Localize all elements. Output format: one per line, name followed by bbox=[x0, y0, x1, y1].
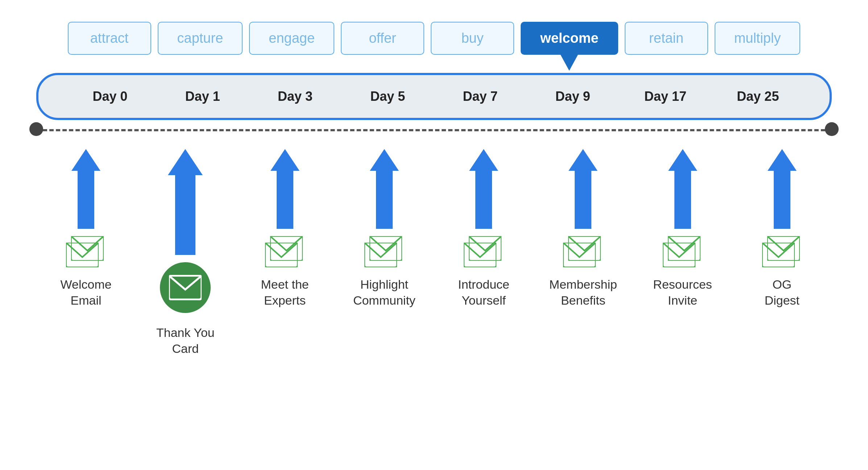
email-icon-day25-top bbox=[762, 236, 802, 271]
day-labels: Day 0 Day 1 Day 3 Day 5 Day 7 Day 9 Day … bbox=[64, 89, 804, 104]
arrow-shaft-day3 bbox=[277, 171, 293, 229]
page-container: attract capture engage offer buy welcome… bbox=[0, 0, 868, 371]
day-label-5: Day 9 bbox=[526, 89, 619, 104]
label-day7-top: IntroduceYourself bbox=[458, 276, 509, 308]
label-day17: ResourcesInvite bbox=[653, 276, 712, 308]
arrow-head-day9 bbox=[569, 149, 598, 171]
dashed-line-row bbox=[36, 120, 832, 138]
arrow-shaft-day9 bbox=[575, 171, 591, 229]
timeline-bar: Day 0 Day 1 Day 3 Day 5 Day 7 Day 9 Day … bbox=[36, 73, 832, 120]
label-day1: Thank YouCard bbox=[156, 325, 215, 356]
arrow-shaft-day0 bbox=[78, 171, 94, 229]
timeline-dot-right bbox=[825, 122, 839, 136]
label-day3: Meet theExperts bbox=[261, 276, 309, 308]
email-large-circle-day1 bbox=[160, 262, 211, 313]
email-icon-day9-top bbox=[563, 236, 603, 271]
email-icon-day3 bbox=[265, 236, 305, 271]
arrow-head-day3 bbox=[270, 149, 299, 171]
arrow-day3 bbox=[274, 149, 296, 229]
tab-engage[interactable]: engage bbox=[249, 22, 334, 55]
tab-welcome[interactable]: welcome bbox=[521, 22, 618, 55]
arrow-shaft-day1 bbox=[175, 175, 195, 255]
arrow-shaft-day5 bbox=[376, 171, 393, 229]
content-row: WelcomeEmail Thank YouCard bbox=[36, 138, 832, 356]
arrow-shaft-day7 bbox=[475, 171, 492, 229]
arrow-day25 bbox=[771, 149, 793, 229]
email-icon-day7-top bbox=[464, 236, 504, 271]
email-icon-day0 bbox=[66, 236, 106, 271]
arrow-shaft-day17 bbox=[674, 171, 691, 229]
arrow-head-day0 bbox=[71, 149, 100, 171]
tab-multiply[interactable]: multiply bbox=[715, 22, 801, 55]
timeline-dot-left bbox=[29, 122, 43, 136]
arrow-head-day7 bbox=[469, 149, 498, 171]
arrow-head-day25 bbox=[768, 149, 797, 171]
email-icon-day5-top bbox=[364, 236, 404, 271]
column-day7: IntroduceYourself bbox=[434, 149, 533, 318]
tabs-row: attract capture engage offer buy welcome… bbox=[22, 22, 846, 55]
column-day5: HighlightCommunity bbox=[335, 149, 434, 318]
arrow-head-day5 bbox=[370, 149, 399, 171]
day-label-3: Day 5 bbox=[342, 89, 434, 104]
dashed-timeline-line bbox=[36, 129, 832, 131]
arrow-head-day1 bbox=[168, 149, 203, 175]
day-label-6: Day 17 bbox=[619, 89, 712, 104]
tab-capture[interactable]: capture bbox=[158, 22, 243, 55]
arrow-day9 bbox=[572, 149, 594, 229]
arrow-day1 bbox=[174, 149, 196, 255]
label-day25-top: OGDigest bbox=[765, 276, 799, 308]
column-day1: Thank YouCard bbox=[136, 149, 235, 356]
tab-offer[interactable]: offer bbox=[341, 22, 424, 55]
label-day5-top: HighlightCommunity bbox=[353, 276, 416, 308]
timeline-container: Day 0 Day 1 Day 3 Day 5 Day 7 Day 9 Day … bbox=[36, 73, 832, 120]
column-day25: OGDigest bbox=[732, 149, 832, 318]
arrow-day5 bbox=[373, 149, 395, 229]
tab-retain[interactable]: retain bbox=[625, 22, 708, 55]
tab-attract[interactable]: attract bbox=[68, 22, 151, 55]
column-day9: MembershipBenefits bbox=[533, 149, 633, 318]
arrow-day7 bbox=[473, 149, 495, 229]
column-day0: WelcomeEmail bbox=[36, 149, 136, 308]
day-label-1: Day 1 bbox=[156, 89, 249, 104]
tab-buy[interactable]: buy bbox=[431, 22, 514, 55]
day-label-4: Day 7 bbox=[434, 89, 526, 104]
column-day3: Meet theExperts bbox=[235, 149, 335, 308]
arrow-day0 bbox=[75, 149, 97, 229]
arrow-day17 bbox=[672, 149, 694, 229]
day-label-7: Day 25 bbox=[712, 89, 804, 104]
arrow-head-day17 bbox=[668, 149, 697, 171]
day-label-2: Day 3 bbox=[249, 89, 342, 104]
label-day0: WelcomeEmail bbox=[61, 276, 112, 308]
column-day17: ResourcesInvite bbox=[633, 149, 732, 308]
arrow-shaft-day25 bbox=[774, 171, 790, 229]
label-day9-top: MembershipBenefits bbox=[549, 276, 617, 308]
email-icon-day17 bbox=[663, 236, 703, 271]
day-label-0: Day 0 bbox=[64, 89, 156, 104]
